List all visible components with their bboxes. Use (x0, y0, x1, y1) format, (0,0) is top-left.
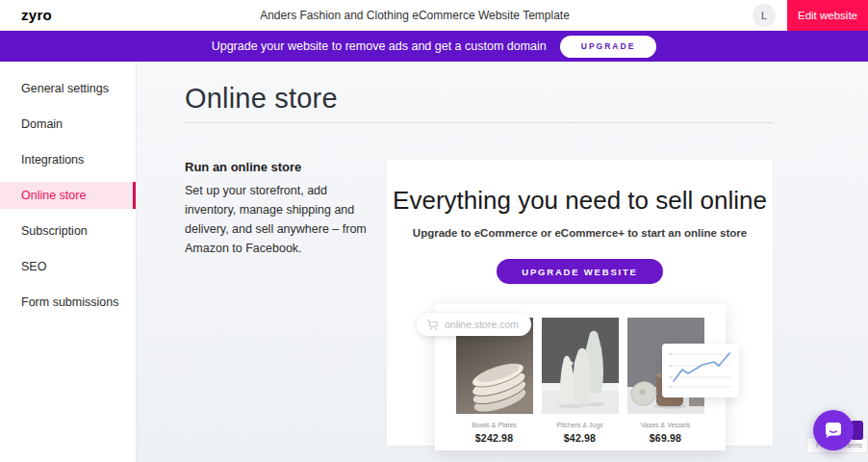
upgrade-panel: Everything you need to sell online Upgra… (387, 160, 773, 446)
upgrade-website-button[interactable]: UPGRADE WEBSITE (497, 259, 662, 284)
sidebar-item-seo[interactable]: SEO (0, 253, 136, 280)
section-heading: Run an online store (185, 160, 387, 174)
sidebar-item-online-store[interactable]: Online store (0, 182, 136, 209)
main-content: Online store Run an online store Set up … (137, 62, 868, 462)
sales-chart-card (662, 344, 739, 398)
content-columns: Run an online store Set up your storefro… (185, 160, 868, 446)
sidebar-item-integrations[interactable]: Integrations (0, 146, 136, 173)
chat-bubble-icon (823, 420, 844, 441)
panel-title: Everything you need to sell online (387, 186, 773, 216)
sidebar-item-subscription[interactable]: Subscription (0, 218, 136, 244)
topbar: zyro Anders Fashion and Clothing eCommer… (0, 0, 868, 31)
settings-sidebar: General settings Domain Integrations Onl… (0, 62, 137, 462)
edit-website-button[interactable]: Edit website (787, 0, 868, 31)
upgrade-banner: Upgrade your website to remove ads and g… (0, 31, 868, 62)
pitchers-photo (542, 318, 619, 414)
cart-icon (426, 319, 439, 331)
store-url-text: online.store.com (445, 319, 519, 330)
page-title: Online store (185, 81, 868, 116)
product-name: Bowls & Plates (456, 422, 533, 428)
sidebar-item-general-settings[interactable]: General settings (0, 75, 136, 102)
product-name: Vases & Vessels (627, 422, 704, 428)
avatar[interactable]: L (753, 4, 776, 27)
product-pitchers: Pitchers & Jugs $42.98 (542, 318, 619, 450)
site-template-title: Anders Fashion and Clothing eCommerce We… (77, 9, 753, 22)
product-price: $42.98 (542, 432, 619, 444)
banner-upgrade-button[interactable]: UPGRADE (560, 36, 657, 58)
sidebar-item-domain[interactable]: Domain (0, 111, 136, 138)
store-url-pill: online.store.com (417, 313, 531, 336)
product-price: $242.98 (456, 432, 533, 444)
title-divider (185, 122, 773, 123)
zyro-settings-screen: zyro Anders Fashion and Clothing eCommer… (0, 0, 868, 462)
panel-subtitle: Upgrade to eCommerce or eCommerce+ to st… (387, 227, 773, 239)
product-price: $69.98 (627, 432, 704, 444)
zyro-logo[interactable]: zyro (0, 7, 77, 23)
product-bowls: Bowls & Plates $242.98 (456, 318, 533, 450)
chat-button[interactable] (813, 410, 854, 450)
topbar-right: L Edit website (753, 0, 868, 31)
banner-text: Upgrade your website to remove ads and g… (212, 39, 547, 53)
product-name: Pitchers & Jugs (542, 422, 619, 428)
section-body: Set up your storefront, add inventory, m… (185, 181, 372, 258)
sidebar-item-form-submissions[interactable]: Form submissions (0, 289, 136, 316)
section-description: Run an online store Set up your storefro… (185, 160, 387, 446)
mini-line-chart-icon (662, 344, 739, 398)
